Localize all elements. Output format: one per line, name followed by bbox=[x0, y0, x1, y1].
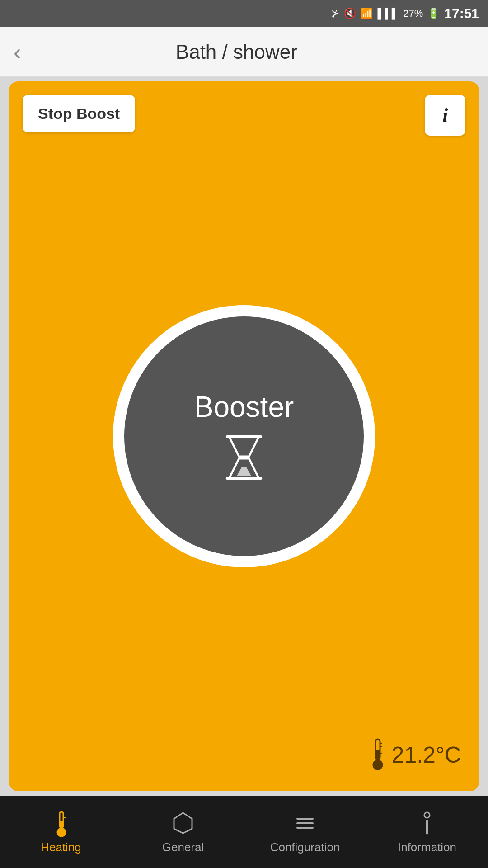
information-nav-icon bbox=[416, 810, 438, 837]
svg-point-11 bbox=[57, 828, 66, 836]
bottom-nav: Heating General Configuration In bbox=[0, 796, 488, 868]
information-nav-label: Information bbox=[398, 840, 456, 854]
battery-indicator: 27% bbox=[403, 8, 423, 19]
stop-boost-button[interactable]: Stop Boost bbox=[23, 95, 135, 132]
heating-nav-icon bbox=[50, 810, 72, 837]
wifi-icon: 📶 bbox=[361, 8, 373, 19]
thermometer-icon bbox=[368, 737, 386, 773]
booster-circle-outer: Booster bbox=[113, 305, 375, 567]
general-nav-icon bbox=[172, 810, 194, 837]
svg-rect-9 bbox=[376, 750, 380, 765]
main-content: Stop Boost i Booster bbox=[0, 77, 488, 796]
battery-icon: 🔋 bbox=[427, 8, 440, 19]
svg-rect-14 bbox=[60, 821, 63, 827]
signal-icon: ▌▌▌ bbox=[377, 8, 399, 19]
svg-point-18 bbox=[424, 812, 430, 818]
booster-card: Stop Boost i Booster bbox=[9, 81, 479, 791]
temperature-display: 21.2°C bbox=[368, 737, 461, 773]
configuration-nav-label: Configuration bbox=[270, 840, 340, 854]
bluetooth-icon: ⊁ bbox=[331, 8, 339, 19]
temperature-value: 21.2°C bbox=[392, 742, 461, 768]
clock: 17:51 bbox=[444, 6, 479, 21]
nav-item-information[interactable]: Information bbox=[366, 810, 488, 854]
header: ‹ Bath / shower bbox=[0, 27, 488, 77]
status-icons: ⊁ 🔇 📶 ▌▌▌ 27% 🔋 17:51 bbox=[331, 6, 479, 21]
booster-label: Booster bbox=[194, 390, 294, 424]
status-bar: ⊁ 🔇 📶 ▌▌▌ 27% 🔋 17:51 bbox=[0, 0, 488, 27]
info-button[interactable]: i bbox=[425, 95, 465, 136]
booster-circle-wrapper: Booster bbox=[23, 95, 465, 778]
heating-nav-label: Heating bbox=[41, 840, 81, 854]
nav-item-configuration[interactable]: Configuration bbox=[244, 810, 366, 854]
mute-icon: 🔇 bbox=[344, 8, 356, 19]
nav-item-general[interactable]: General bbox=[122, 810, 244, 854]
nav-item-heating[interactable]: Heating bbox=[0, 810, 122, 854]
configuration-nav-icon bbox=[294, 810, 316, 837]
page-title: Bath / shower bbox=[35, 41, 438, 63]
info-icon: i bbox=[442, 104, 448, 127]
svg-point-2 bbox=[243, 456, 246, 459]
general-nav-label: General bbox=[162, 840, 204, 854]
hourglass-icon bbox=[224, 433, 264, 482]
booster-circle-inner[interactable]: Booster bbox=[124, 316, 364, 556]
back-button[interactable]: ‹ bbox=[14, 41, 21, 63]
